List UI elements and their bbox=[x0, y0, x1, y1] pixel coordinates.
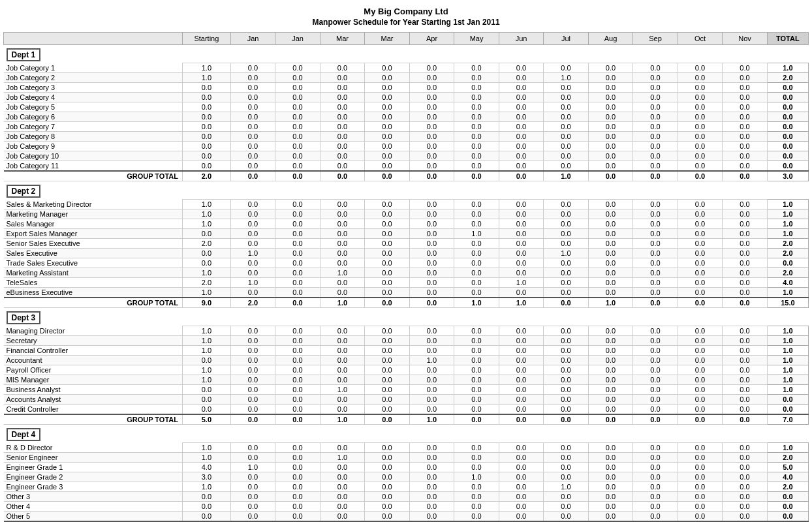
row-val: 1.0 bbox=[183, 453, 231, 463]
group-total-val: 0.0 bbox=[588, 414, 633, 425]
row-val: 0.0 bbox=[678, 83, 723, 93]
row-total: 1.0 bbox=[767, 336, 808, 346]
row-val: 0.0 bbox=[409, 63, 454, 73]
row-total: 1.0 bbox=[767, 326, 808, 336]
table-row: Job Category 40.00.00.00.00.00.00.00.00.… bbox=[4, 93, 809, 102]
row-label: Other 5 bbox=[4, 512, 183, 522]
row-val: 1.0 bbox=[230, 278, 275, 288]
row-val: 0.0 bbox=[230, 93, 275, 102]
row-val: 0.0 bbox=[723, 472, 768, 482]
row-val: 0.0 bbox=[678, 463, 723, 472]
row-val: 0.0 bbox=[275, 482, 320, 492]
row-val: 0.0 bbox=[409, 132, 454, 142]
row-total: 5.0 bbox=[767, 463, 808, 472]
row-val: 0.0 bbox=[230, 385, 275, 395]
row-total: 1.0 bbox=[767, 63, 808, 73]
row-val: 0.0 bbox=[678, 512, 723, 522]
row-val: 0.0 bbox=[588, 73, 633, 83]
row-val: 0.0 bbox=[678, 73, 723, 83]
row-val: 0.0 bbox=[409, 443, 454, 453]
row-val: 0.0 bbox=[633, 73, 678, 83]
row-val: 0.0 bbox=[499, 151, 544, 161]
table-row: Engineer Grade 14.01.00.00.00.00.00.00.0… bbox=[4, 463, 809, 472]
row-total: 1.0 bbox=[767, 288, 808, 298]
row-val: 0.0 bbox=[409, 268, 454, 278]
row-val: 0.0 bbox=[588, 93, 633, 102]
row-val: 0.0 bbox=[409, 336, 454, 346]
row-total: 0.0 bbox=[767, 258, 808, 268]
row-val: 0.0 bbox=[365, 385, 410, 395]
row-val: 0.0 bbox=[230, 502, 275, 512]
row-val: 0.0 bbox=[633, 239, 678, 249]
row-val: 0.0 bbox=[723, 258, 768, 268]
row-val: 0.0 bbox=[320, 502, 365, 512]
dept-header-dept4: Dept 4 bbox=[4, 425, 809, 443]
table-row: Managing Director1.00.00.00.00.00.00.00.… bbox=[4, 326, 809, 336]
group-total-dept1: GROUP TOTAL2.00.00.00.00.00.00.00.01.00.… bbox=[4, 171, 809, 181]
group-total-val: 1.0 bbox=[320, 414, 365, 425]
table-row: Job Category 50.00.00.00.00.00.00.00.00.… bbox=[4, 102, 809, 112]
col-header-aug: Aug bbox=[588, 33, 633, 45]
row-val: 0.0 bbox=[409, 492, 454, 502]
row-val: 0.0 bbox=[230, 365, 275, 375]
row-val: 0.0 bbox=[409, 83, 454, 93]
row-label: Job Category 4 bbox=[4, 93, 183, 102]
table-row: Financial Controller1.00.00.00.00.00.00.… bbox=[4, 346, 809, 356]
row-val: 0.0 bbox=[275, 405, 320, 415]
row-val: 0.0 bbox=[588, 229, 633, 239]
row-val: 0.0 bbox=[723, 249, 768, 258]
row-val: 0.0 bbox=[409, 102, 454, 112]
row-val: 1.0 bbox=[320, 453, 365, 463]
row-val: 0.0 bbox=[454, 209, 499, 219]
row-val: 0.0 bbox=[544, 405, 589, 415]
dept-header-dept2: Dept 2 bbox=[4, 181, 809, 200]
page-title: My Big Company Ltd bbox=[3, 7, 809, 16]
row-total: 1.0 bbox=[767, 356, 808, 365]
row-total: 1.0 bbox=[767, 200, 808, 209]
row-val: 0.0 bbox=[633, 93, 678, 102]
row-total: 2.0 bbox=[767, 239, 808, 249]
row-val: 0.0 bbox=[723, 482, 768, 492]
row-val: 0.0 bbox=[320, 93, 365, 102]
row-val: 0.0 bbox=[230, 336, 275, 346]
table-row: Job Category 11.00.00.00.00.00.00.00.00.… bbox=[4, 63, 809, 73]
row-val: 0.0 bbox=[230, 268, 275, 278]
row-val: 0.0 bbox=[499, 512, 544, 522]
group-total-dept3: GROUP TOTAL5.00.00.01.00.01.00.00.00.00.… bbox=[4, 414, 809, 425]
row-val: 0.0 bbox=[409, 375, 454, 385]
row-val: 0.0 bbox=[320, 278, 365, 288]
row-val: 0.0 bbox=[320, 463, 365, 472]
row-val: 0.0 bbox=[365, 346, 410, 356]
row-val: 1.0 bbox=[183, 326, 231, 336]
row-label: Job Category 8 bbox=[4, 132, 183, 142]
table-row: Sales Manager1.00.00.00.00.00.00.00.00.0… bbox=[4, 219, 809, 229]
row-val: 0.0 bbox=[365, 209, 410, 219]
row-val: 0.0 bbox=[454, 482, 499, 492]
table-row: Other 30.00.00.00.00.00.00.00.00.00.00.0… bbox=[4, 492, 809, 502]
row-val: 0.0 bbox=[723, 93, 768, 102]
row-val: 0.0 bbox=[320, 209, 365, 219]
row-total: 0.0 bbox=[767, 83, 808, 93]
row-val: 0.0 bbox=[365, 93, 410, 102]
table-row: Job Category 100.00.00.00.00.00.00.00.00… bbox=[4, 151, 809, 161]
table-row: Trade Sales Executive0.00.00.00.00.00.00… bbox=[4, 258, 809, 268]
row-val: 0.0 bbox=[544, 219, 589, 229]
row-val: 0.0 bbox=[633, 453, 678, 463]
group-total-val: 0.0 bbox=[365, 414, 410, 425]
row-label: Job Category 1 bbox=[4, 63, 183, 73]
row-val: 1.0 bbox=[544, 73, 589, 83]
row-val: 0.0 bbox=[365, 365, 410, 375]
row-val: 0.0 bbox=[588, 356, 633, 365]
row-val: 0.0 bbox=[499, 229, 544, 239]
row-val: 0.0 bbox=[678, 492, 723, 502]
row-val: 0.0 bbox=[409, 365, 454, 375]
row-val: 0.0 bbox=[275, 112, 320, 122]
row-val: 0.0 bbox=[230, 112, 275, 122]
row-val: 0.0 bbox=[499, 209, 544, 219]
group-total-label: GROUP TOTAL bbox=[4, 414, 183, 425]
row-val: 0.0 bbox=[275, 278, 320, 288]
row-label: Accounts Analyst bbox=[4, 395, 183, 405]
row-val: 0.0 bbox=[544, 375, 589, 385]
row-val: 0.0 bbox=[275, 395, 320, 405]
table-row: R & D Director1.00.00.00.00.00.00.00.00.… bbox=[4, 443, 809, 453]
